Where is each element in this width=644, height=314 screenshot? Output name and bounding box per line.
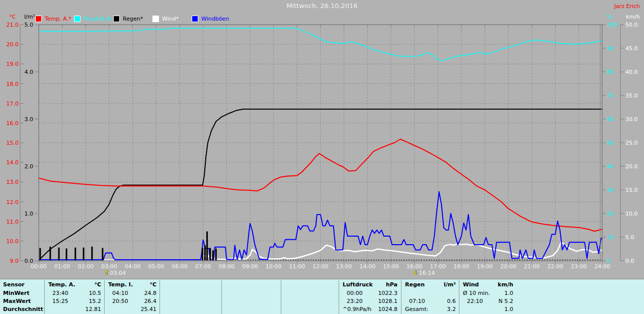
x-tick-label: 07:00 [192,263,214,270]
x-tick-label: 19:00 [474,263,496,270]
table-cell: MaxWert [3,297,31,305]
table-cell: °C [48,281,101,289]
wind-tick-label: 35.0 [625,92,638,99]
temp-tick-label: 16.0 [7,120,19,127]
humidity-tick-label: 50 [607,140,614,146]
table-cell: 25.41 [108,305,156,313]
x-tick-label: 21:00 [521,263,543,270]
x-tick-label: 05:00 [145,263,167,270]
marker-down[interactable]: ↓16:14 [413,269,435,276]
table-cell: °C [108,281,156,289]
weather-graph-window: Mittwoch, 26.10.2016 Jarz Erich °C l/m² … [0,0,644,314]
rain-rate-bar [39,248,41,261]
table-divider [104,280,105,314]
x-tick-label: 20:00 [497,263,519,270]
x-tick-label: 10:00 [263,263,285,270]
table-cell: 3.2 [405,305,456,313]
x-tick-label: 14:00 [356,263,378,270]
rain-rate-bar [102,248,103,261]
table-divider [459,280,459,314]
table-cell: 12.81 [48,305,101,313]
rain-tick-label: 5.0 [25,22,34,28]
humidity-tick-label: 100 [607,22,617,28]
wind-tick-label: 0.0 [625,258,634,264]
wind-tick-label: 40.0 [625,69,638,75]
temp-tick-label: 12.0 [7,199,19,205]
rain-rate-bar [83,248,85,261]
humidity-tick-label: 20 [607,211,614,217]
rain-rate-bar [49,247,51,261]
table-cell: l/m² [405,281,456,289]
rain-rate-bar [202,248,203,261]
x-tick-label: 09:00 [239,263,261,270]
humidity-tick-label: 30 [607,187,614,193]
temp-tick-label: 18.0 [7,81,19,87]
statistics-table: SensorMinWertMaxWertDurchschnittTemp. A.… [0,279,644,314]
rain-rate-bar [58,248,60,261]
table-cell: N 5.2 [463,297,513,305]
marker-up[interactable]: ↑03:04 [104,269,126,276]
x-tick-label: 02:00 [74,263,97,270]
marker-time: 16:14 [419,270,435,276]
x-tick-label: 18:00 [450,263,472,270]
humidity-tick-label: 60 [607,116,614,123]
rain-rate-bar [206,232,208,261]
wind-tick-label: 20.0 [625,163,638,170]
table-cell: Durchschnitt [3,305,43,313]
humidity-tick-label: 80 [607,69,614,75]
table-cell: km/h [463,281,513,289]
humidity-tick-label: 40 [607,163,614,170]
marker-time: 03:04 [110,270,126,276]
x-tick-label: 11:00 [286,263,308,270]
table-cell: hPa [343,281,397,289]
wind-tick-label: 10.0 [625,211,638,217]
marker-up-icon: ↑ [104,269,109,276]
rain-rate-bar [204,245,206,261]
wind-tick-label: 45.0 [625,45,638,52]
table-divider [44,280,45,314]
rain-tick-label: 4.0 [25,69,34,75]
x-tick-label: 08:00 [215,263,237,270]
table-cell: 1.0 [463,289,513,297]
temp-tick-label: 11.0 [7,219,19,225]
table-divider [401,280,401,314]
x-tick-label: 01:00 [51,263,73,270]
table-cell: 1022.3 [343,289,397,297]
temp-tick-label: 14.0 [7,159,19,166]
table-cell: 24.8 [108,289,156,297]
marker-down-icon: ↓ [413,269,418,276]
rain-rate-bar [212,250,214,261]
temp-tick-label: 21.0 [7,22,19,28]
temp-tick-label: 17.0 [7,100,19,107]
rain-rate-bar [209,248,211,261]
temp-tick-label: 9.0 [10,258,19,264]
wind-tick-label: 50.0 [625,22,638,28]
table-cell: 26.4 [108,297,156,305]
x-tick-label: 23:00 [568,263,590,270]
rain-rate-bar [215,249,217,261]
table-cell: MinWert [3,289,29,297]
wind-tick-label: 15.0 [625,187,638,193]
temp-tick-label: 19.0 [7,61,19,67]
wind-tick-label: 5.0 [625,234,634,241]
table-divider [339,280,339,314]
rain-tick-label: 2.0 [25,163,34,170]
table-cell: 0.6 [405,297,456,305]
x-tick-label: 15:00 [380,263,402,270]
humidity-tick-label: 10 [607,234,614,241]
rain-rate-bar [66,249,67,261]
x-tick-label: 00:00 [28,263,50,270]
humidity-tick-label: 90 [607,45,614,52]
temp-tick-label: 13.0 [7,179,19,185]
x-tick-label: 22:00 [544,263,567,270]
wind-tick-label: 30.0 [625,116,638,123]
rain-tick-label: 3.0 [25,116,34,123]
rain-rate-bar [74,248,76,261]
wind-tick-label: 25.0 [625,140,638,146]
table-cell: Sensor [3,281,25,289]
chart-plot[interactable]: 9.010.011.012.013.014.015.016.017.018.01… [0,0,644,279]
rain-tick-label: 1.0 [25,211,34,217]
table-cell: 1028.1 [343,297,397,305]
table-cell: 15.2 [48,297,101,305]
table-cell: 10.5 [48,289,101,297]
